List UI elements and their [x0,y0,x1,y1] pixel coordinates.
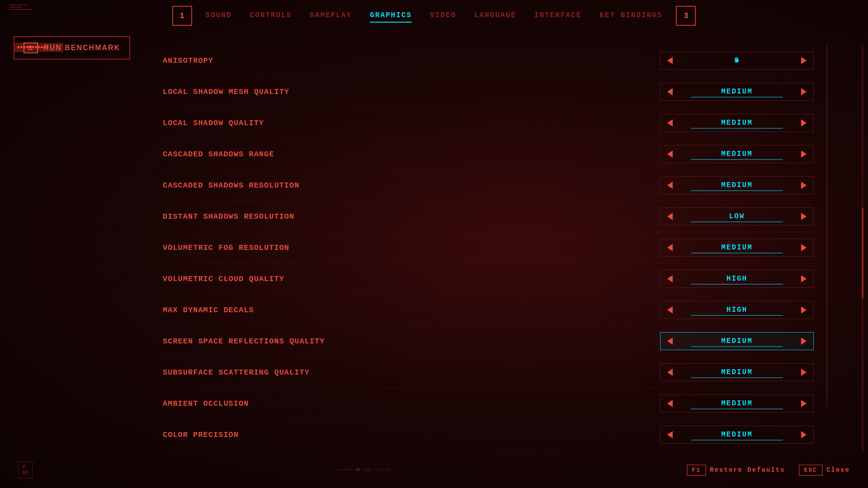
setting-label-decals: Max Dynamic Decals [163,306,660,314]
nav-bracket-right: 3 [676,6,696,26]
tab-interface[interactable]: INTERFACE [534,9,581,23]
setting-value-color-precision: Medium [679,431,794,439]
triangle-left-icon [667,119,673,127]
value-underline [691,128,783,129]
value-underline [691,377,783,378]
tab-language[interactable]: LANGUAGE [474,9,516,23]
setting-row-ssr: Screen Space Reflections Quality Medium [163,326,814,357]
arrow-right-decals[interactable] [794,306,813,314]
setting-row-cascade-range: Cascaded Shadows Range Medium [163,139,814,170]
arrow-right-cascade-range[interactable] [794,150,813,158]
restore-defaults-btn[interactable]: F1 Restore Defaults [687,465,785,476]
svg-text:TRN_TLCAS_B00059: TRN_TLCAS_B00059 [362,468,391,472]
bottom-left: V 85 [18,461,42,479]
setting-row-sss: Subsurface Scattering Quality Medium [163,357,814,388]
tab-gameplay[interactable]: GAMEPLAY [310,9,352,23]
arrow-right-ssr[interactable] [794,338,813,345]
close-key: ESC [799,465,823,476]
anisotropy-dot [735,59,739,62]
triangle-right-icon [801,306,807,314]
tab-sound[interactable]: SOUND [206,9,232,23]
setting-row-decals: Max Dynamic Decals High [163,295,814,326]
scrollbar-thumb[interactable] [862,208,863,298]
triangle-right-icon [801,431,807,438]
setting-label-cascade-res: Cascaded Shadows Resolution [163,181,660,190]
bottom-bar: V 85 TRN_TLCAS_B00059 F1 Restore Default… [0,452,868,488]
setting-value-distant-shadows: Low [679,212,794,221]
setting-row-anisotropy: Anisotropy 8 [163,45,814,76]
arrow-right-cascade-res[interactable] [794,182,813,189]
arrow-left-distant-shadows[interactable] [660,213,679,220]
arrow-right-distant-shadows[interactable] [794,213,813,220]
arrow-left-color-precision[interactable] [660,431,679,438]
arrow-right-vol-fog[interactable] [794,244,813,251]
main-content: Anisotropy 8 Local Shadow Mesh Quality M… [163,45,814,452]
triangle-left-icon [667,275,673,282]
triangle-right-icon [801,57,807,64]
tab-video[interactable]: VIDEO [430,9,456,23]
arrow-left-cascade-range[interactable] [660,150,679,158]
tab-keybindings[interactable]: KEY BINDINGS [599,9,662,23]
arrow-left-ssr[interactable] [660,338,679,345]
triangle-left-icon [667,338,673,345]
arrow-left-decals[interactable] [660,306,679,314]
setting-value-shadow-mesh: Medium [679,88,794,96]
tab-controls[interactable]: CONTROLS [250,9,292,23]
setting-control-color-precision: Medium [660,426,814,444]
arrow-right-ao[interactable] [794,400,813,407]
setting-label-anisotropy: Anisotropy [163,56,660,65]
triangle-left-icon [667,57,673,64]
triangle-left-icon [667,431,673,438]
arrow-right-shadow-mesh[interactable] [794,88,813,95]
setting-label-vol-fog: Volumetric Fog Resolution [163,244,660,252]
setting-control-ssr: Medium [660,332,814,350]
arrow-right-anisotropy[interactable] [794,57,813,64]
arrow-left-anisotropy[interactable] [660,57,679,64]
setting-label-shadow-quality: Local Shadow Quality [163,119,660,127]
tab-graphics[interactable]: GRAPHICS [370,9,412,23]
arrow-left-shadow-mesh[interactable] [660,88,679,95]
triangle-left-icon [667,306,673,314]
triangle-right-icon [801,182,807,189]
arrow-left-vol-fog[interactable] [660,244,679,251]
arrow-left-vol-cloud[interactable] [660,275,679,282]
setting-control-ao: Medium [660,394,814,413]
v-number: 85 [22,470,28,476]
close-label: Close [826,466,850,474]
arrow-right-shadow-quality[interactable] [794,119,813,127]
arrow-left-shadow-quality[interactable] [660,119,679,127]
scrollbar-track[interactable] [862,45,863,452]
value-underline [691,440,783,441]
setting-row-vol-cloud: Volumetric Cloud Quality High [163,263,814,295]
nav-tabs: SOUND CONTROLS GAMEPLAY GRAPHICS VIDEO L… [206,9,663,23]
triangle-right-icon [801,244,807,251]
setting-control-cascade-res: Medium [660,176,814,194]
close-btn[interactable]: ESC Close [799,465,850,476]
arrow-right-sss[interactable] [794,369,813,376]
run-benchmark-button[interactable]: B RUN BENCHMARK [14,36,130,60]
arrow-right-vol-cloud[interactable] [794,275,813,282]
top-navigation: 1 SOUND CONTROLS GAMEPLAY GRAPHICS VIDEO… [0,0,868,32]
arrow-left-cascade-res[interactable] [660,182,679,189]
setting-label-cascade-range: Cascaded Shadows Range [163,150,660,159]
arrow-left-ao[interactable] [660,400,679,407]
settings-list: Anisotropy 8 Local Shadow Mesh Quality M… [163,45,814,450]
triangle-right-icon [801,338,807,345]
arrow-left-sss[interactable] [660,369,679,376]
triangle-left-icon [667,400,673,407]
triangle-right-icon [801,88,807,95]
setting-label-color-precision: Color Precision [163,431,660,439]
v-label: V [22,464,25,470]
setting-control-vol-cloud: High [660,270,814,288]
setting-value-cascade-range: Medium [679,150,794,158]
arrow-right-color-precision[interactable] [794,431,813,438]
scroll-line [826,45,827,407]
setting-row-color-precision: Color Precision Medium [163,419,814,450]
setting-value-vol-fog: Medium [679,244,794,252]
setting-control-shadow-mesh: Medium [660,83,814,101]
triangle-left-icon [667,150,673,158]
setting-row-distant-shadows: Distant Shadows Resolution Low [163,201,814,232]
value-underline [691,221,783,222]
triangle-right-icon [801,119,807,127]
setting-row-vol-fog: Volumetric Fog Resolution Medium [163,232,814,263]
